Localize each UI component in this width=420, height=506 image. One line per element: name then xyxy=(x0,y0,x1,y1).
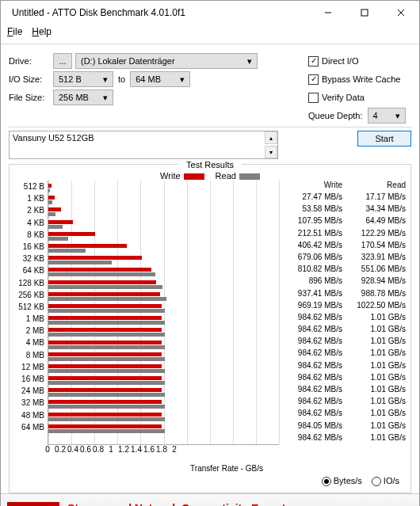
chart-x-axis: 00.20.40.60.811.21.41.61.82 xyxy=(48,445,406,455)
drive-select[interactable]: (D:) Lokaler Datenträger ▾ xyxy=(75,53,258,69)
titlebar: Untitled - ATTO Disk Benchmark 4.01.0f1 xyxy=(1,1,419,25)
iosize-label: I/O Size: xyxy=(9,74,53,84)
app-window: Untitled - ATTO Disk Benchmark 4.01.0f1 … xyxy=(0,0,420,506)
menu-help[interactable]: Help xyxy=(32,26,52,37)
browse-button[interactable]: ... xyxy=(53,53,72,69)
svg-rect-1 xyxy=(361,10,368,16)
iosize-to-select[interactable]: 64 MB▾ xyxy=(130,71,190,87)
direct-io-label: Direct I/O xyxy=(322,56,358,66)
chevron-down-icon: ▾ xyxy=(100,93,111,103)
chevron-down-icon: ▾ xyxy=(244,56,255,67)
description-input[interactable]: Vansuny U52 512GB ▴ ▾ xyxy=(9,131,278,159)
filesize-label: File Size: xyxy=(9,93,53,102)
footer: ATTO Storage and Network Connectivity Ex… xyxy=(1,493,419,506)
scroll-up-icon[interactable]: ▴ xyxy=(265,131,277,144)
queue-depth-select[interactable]: 4▾ xyxy=(368,108,406,124)
bypass-label: Bypass Write Cache xyxy=(322,74,400,84)
chevron-down-icon: ▾ xyxy=(100,74,111,85)
minimize-button[interactable] xyxy=(310,1,346,25)
chevron-down-icon: ▾ xyxy=(392,111,403,121)
chart-legend: Write Read xyxy=(14,171,406,181)
footer-text: Storage and Network Connectivity Experts… xyxy=(67,503,292,506)
unit-bytes-radio[interactable]: Bytes/s xyxy=(322,476,362,486)
chart-bars xyxy=(48,181,279,445)
unit-io-radio[interactable]: IO/s xyxy=(372,476,399,486)
drive-label: Drive: xyxy=(9,56,53,66)
scrollbar[interactable]: ▴ ▾ xyxy=(265,131,277,158)
legend-read-swatch xyxy=(239,173,260,180)
drive-value: (D:) Lokaler Datenträger xyxy=(81,56,175,66)
atto-logo: ATTO xyxy=(7,502,59,506)
window-title: Untitled - ATTO Disk Benchmark 4.01.0f1 xyxy=(7,7,310,18)
menu-file[interactable]: File xyxy=(7,26,22,37)
verify-label: Verify Data xyxy=(322,93,365,102)
queue-depth-label: Queue Depth: xyxy=(308,111,363,120)
filesize-select[interactable]: 256 MB▾ xyxy=(53,89,113,105)
close-button[interactable] xyxy=(383,1,419,25)
settings-panel: Drive: ... (D:) Lokaler Datenträger ▾ ✓ … xyxy=(1,48,419,493)
to-label: to xyxy=(118,74,125,84)
chart-y-labels: 512 B1 KB2 KB4 KB8 KB16 KB32 KB64 KB128 … xyxy=(14,181,48,445)
legend-write-swatch xyxy=(184,173,204,180)
bypass-checkbox[interactable]: ✓ xyxy=(308,74,319,85)
results-panel: Test Results Write Read 512 B1 KB2 KB4 K… xyxy=(9,164,411,493)
results-values: WriteRead27.47 MB/s17.17 MB/s53.58 MB/s3… xyxy=(279,181,406,445)
menubar: File Help xyxy=(1,25,419,40)
verify-checkbox[interactable] xyxy=(308,93,319,103)
start-button[interactable]: Start xyxy=(357,131,411,146)
direct-io-checkbox[interactable]: ✓ xyxy=(308,56,319,67)
results-title: Test Results xyxy=(178,160,242,169)
chart-x-label: Transfer Rate - GB/s xyxy=(48,464,406,473)
scroll-down-icon[interactable]: ▾ xyxy=(265,146,277,158)
iosize-from-select[interactable]: 512 B▾ xyxy=(53,71,113,87)
chevron-down-icon: ▾ xyxy=(177,74,188,85)
maximize-button[interactable] xyxy=(346,1,383,25)
